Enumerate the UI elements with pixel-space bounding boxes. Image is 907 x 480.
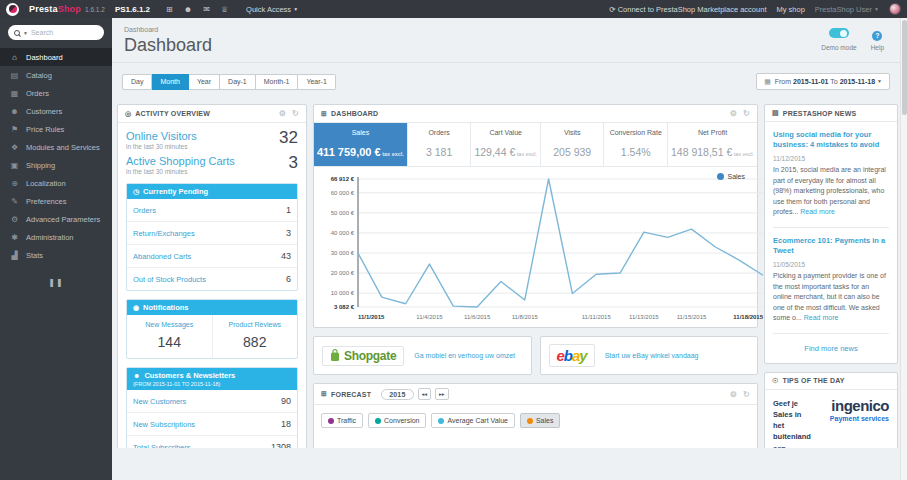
row-label[interactable]: Orders [133, 206, 156, 215]
sidebar-item-dashboard[interactable]: ⌂Dashboard [0, 48, 112, 66]
refresh-icon[interactable]: ↻ [743, 390, 750, 399]
sidebar-item-stats[interactable]: ▟Stats [0, 246, 112, 264]
mail-icon[interactable]: ✉ [203, 5, 210, 14]
range-button-year-1[interactable]: Year-1 [298, 74, 335, 90]
toggle-label: Average Cart Value [447, 417, 507, 424]
range-button-month-1[interactable]: Month-1 [256, 74, 299, 90]
metric-net-profit[interactable]: Net Profit148 918,51 € tax excl. [668, 123, 757, 166]
right-column: ▤ PRESTASHOP NEWS Using social media for… [764, 104, 898, 448]
dashboard-panel-title: DASHBOARD [331, 110, 378, 117]
metric-visits[interactable]: Visits205 939 [541, 123, 605, 166]
customers-icon: ☻ [10, 107, 19, 116]
help-icon[interactable]: ? [872, 31, 882, 41]
find-more-news-link[interactable]: Find more news [773, 334, 889, 357]
metric-suffix: tax excl. [515, 151, 537, 157]
range-button-day[interactable]: Day [122, 74, 152, 90]
metric-value: 1.54% [607, 146, 664, 158]
read-more-link[interactable]: Read more [800, 208, 835, 215]
read-more-link[interactable]: Read more [804, 314, 839, 321]
sidebar-item-shipping[interactable]: ▣Shipping [0, 156, 112, 174]
chart-legend[interactable]: Sales [717, 173, 745, 180]
sidebar-item-advanced-parameters[interactable]: ⚙Advanced Parameters [0, 210, 112, 228]
user-avatar[interactable] [889, 3, 901, 15]
sidebar-item-localization[interactable]: ⊕Localization [0, 174, 112, 192]
metric-value: 129,44 € tax excl. [474, 146, 537, 158]
sidebar-item-customers[interactable]: ☻Customers [0, 102, 112, 120]
orders-icon: ▦ [10, 89, 19, 98]
sidebar-item-modules-and-services[interactable]: ❖Modules and Services [0, 138, 112, 156]
metric-cart-value[interactable]: Cart Value129,44 € tax excl. [471, 123, 541, 166]
metric-conversion-rate[interactable]: Conversion Rate1.54% [604, 123, 668, 166]
y-axis-tick: 10 000 € [331, 290, 355, 296]
gear-icon[interactable]: ⚙ [730, 109, 737, 118]
legend-dot [375, 418, 381, 424]
sidebar-collapse-button[interactable]: ❚❚ [0, 278, 112, 287]
chevron-down-icon: ▼ [874, 6, 879, 12]
row-label[interactable]: New Customers [133, 397, 186, 406]
sidebar-item-label: Orders [26, 89, 49, 98]
marketplace-link[interactable]: ⟳ Connect to PrestaShop Marketplace acco… [609, 5, 766, 14]
row-label[interactable]: Out of Stock Products [133, 275, 206, 284]
ebay-link[interactable]: Start uw eBay winkel vandaag [605, 352, 699, 359]
metric-orders[interactable]: Orders3 181 [408, 123, 472, 166]
customers-icon: ☻ [133, 372, 140, 379]
news-article: Ecommerce 101: Payments in a Tweet11/05/… [773, 228, 889, 334]
forecast-prev-button[interactable]: ◂◂ [418, 388, 432, 400]
row-label[interactable]: Total Subscribers [133, 443, 191, 449]
prestashop-logo[interactable] [6, 3, 19, 16]
row-label[interactable]: Return/Exchanges [133, 229, 195, 238]
article-title[interactable]: Using social media for your business: 4 … [773, 130, 889, 150]
quick-access-menu[interactable]: Quick Access ▼ [246, 5, 298, 14]
range-button-day-1[interactable]: Day-1 [220, 74, 256, 90]
forecast-next-button[interactable]: ▸▸ [435, 388, 449, 400]
breadcrumb[interactable]: Dashboard [124, 26, 890, 33]
gear-icon[interactable]: ⚙ [730, 390, 737, 399]
big-stat-label[interactable]: Online Visitors [126, 130, 298, 142]
vertical-scrollbar[interactable] [900, 18, 907, 480]
date-range-picker[interactable]: ▦ From 2015-11-01 To 2015-11-18 ▼ [756, 73, 890, 90]
forecast-toggle-traffic[interactable]: Traffic [321, 413, 363, 428]
forecast-toggle-sales[interactable]: Sales [520, 413, 561, 428]
article-title[interactable]: Ecommerce 101: Payments in a Tweet [773, 236, 889, 256]
gear-icon[interactable]: ⚙ [279, 109, 286, 118]
news-body: Using social media for your business: 4 … [765, 122, 897, 363]
refresh-icon[interactable]: ↻ [743, 109, 750, 118]
shopping-bag-icon [330, 349, 340, 362]
tips-heading[interactable]: Geef je Sales in het buitenland een Boos… [773, 398, 811, 449]
forecast-year-badge[interactable]: 2015 [381, 389, 413, 400]
section-title: Customers & Newsletters [144, 371, 235, 380]
sidebar-item-orders[interactable]: ▦Orders [0, 84, 112, 102]
refresh-icon[interactable]: ↻ [292, 109, 299, 118]
sidebar-item-preferences[interactable]: ✎Preferences [0, 192, 112, 210]
ebay-banner[interactable]: ebay Start uw eBay winkel vandaag [540, 336, 759, 375]
range-button-year[interactable]: Year [189, 74, 220, 90]
sidebar-item-administration[interactable]: ✱Administration [0, 228, 112, 246]
range-button-month[interactable]: Month [152, 74, 188, 90]
big-stat-value: 32 [279, 130, 298, 148]
forecast-toggle-conversion[interactable]: Conversion [368, 413, 426, 428]
help-widget: ? Help [871, 24, 884, 51]
metric-sales[interactable]: Sales411 759,00 € tax excl. [314, 123, 408, 166]
row-label[interactable]: Abandoned Carts [133, 252, 191, 261]
search-input[interactable] [31, 29, 98, 36]
trophy-icon[interactable]: ♕ [221, 5, 228, 14]
scrollbar-thumb[interactable] [902, 20, 907, 115]
row-label[interactable]: New Subscriptions [133, 420, 195, 429]
activity-overview-panel: ◎ ACTIVITY OVERVIEW ⚙ ↻ 32Online Visitor… [117, 104, 307, 448]
sidebar-item-price-rules[interactable]: ⚑Price Rules [0, 120, 112, 138]
table-row: Abandoned Carts43 [127, 245, 297, 268]
user-menu[interactable]: PrestaShop User ▼ [815, 5, 879, 14]
stat-cell-product-reviews[interactable]: Product Reviews882 [212, 315, 298, 358]
sidebar-search[interactable]: ▼ [8, 25, 104, 40]
shopgate-link[interactable]: Ga mobiel en verhoog uw omzet [414, 352, 515, 359]
sidebar-item-catalog[interactable]: ▤Catalog [0, 66, 112, 84]
demo-mode-toggle[interactable] [829, 28, 849, 38]
shopgate-banner[interactable]: Shopgate Ga mobiel en verhoog uw omzet [313, 336, 532, 375]
big-stat-label[interactable]: Active Shopping Carts [126, 155, 298, 167]
cart-icon[interactable]: ⊞ [166, 5, 173, 14]
stat-cell-new-messages[interactable]: New Messages144 [127, 315, 212, 358]
forecast-toggle-average-cart-value[interactable]: Average Cart Value [431, 413, 514, 428]
user-icon[interactable]: ☻ [184, 5, 192, 14]
my-shop-link[interactable]: My shop [776, 5, 804, 14]
legend-label: Sales [727, 173, 745, 180]
